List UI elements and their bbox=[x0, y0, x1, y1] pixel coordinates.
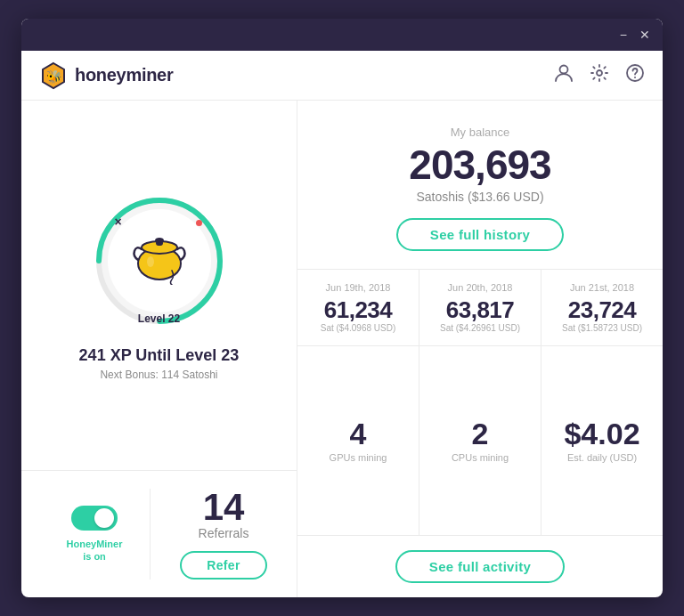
toggle-section: HoneyMineris on bbox=[39, 506, 150, 563]
header: 🐝 honeyminer bbox=[21, 51, 663, 101]
day-date: Jun 19th, 2018 bbox=[310, 282, 406, 293]
titlebar: − ✕ bbox=[21, 19, 663, 51]
balance-section: My balance 203,693 Satoshis ($13.66 USD)… bbox=[297, 101, 663, 270]
toggle-label: HoneyMineris on bbox=[67, 538, 123, 563]
referrals-label: Referrals bbox=[199, 526, 249, 540]
mining-toggle[interactable] bbox=[71, 506, 118, 531]
level-label: Level 22 bbox=[138, 312, 180, 325]
stat-label: Est. daily (USD) bbox=[567, 452, 637, 463]
stat-value: $4.02 bbox=[564, 418, 639, 449]
stat-label: GPUs mining bbox=[330, 452, 387, 463]
logo-icon: 🐝 bbox=[39, 61, 68, 90]
stat-item: 4 GPUs mining bbox=[297, 346, 419, 535]
svg-text:🐝: 🐝 bbox=[46, 69, 62, 85]
history-day: Jun 19th, 2018 61,234 Sat ($4.0968 USD) bbox=[297, 270, 419, 345]
account-icon[interactable] bbox=[554, 63, 574, 88]
svg-point-5 bbox=[634, 77, 636, 78]
see-full-activity-button[interactable]: See full activity bbox=[395, 550, 565, 583]
day-amount: 63,817 bbox=[432, 298, 528, 321]
minimize-button[interactable]: − bbox=[620, 28, 627, 41]
day-amount: 23,724 bbox=[554, 298, 650, 321]
balance-amount: 203,693 bbox=[324, 142, 636, 188]
svg-point-3 bbox=[597, 70, 602, 76]
svg-point-14 bbox=[147, 256, 154, 267]
app-window: − ✕ 🐝 honeyminer bbox=[21, 19, 663, 597]
stats-section: 4 GPUs mining 2 CPUs mining $4.02 Est. d… bbox=[297, 346, 663, 535]
red-dot bbox=[196, 220, 202, 226]
stat-label: CPUs mining bbox=[452, 452, 509, 463]
circle-container: × bbox=[88, 190, 231, 332]
balance-label: My balance bbox=[324, 126, 636, 139]
svg-point-2 bbox=[560, 65, 568, 73]
history-day: Jun 20th, 2018 63,817 Sat ($4.26961 USD) bbox=[419, 270, 542, 345]
logo-text: honeyminer bbox=[75, 65, 173, 85]
activity-section: See full activity bbox=[297, 535, 663, 597]
see-full-history-button[interactable]: See full history bbox=[396, 218, 564, 251]
titlebar-controls: − ✕ bbox=[620, 28, 650, 41]
stat-value: 2 bbox=[472, 418, 489, 449]
settings-icon[interactable] bbox=[590, 63, 609, 88]
bottom-left: HoneyMineris on 14 Referrals Refer bbox=[21, 471, 297, 597]
referrals-count: 14 bbox=[203, 489, 245, 526]
left-panel: × bbox=[21, 101, 297, 597]
svg-point-13 bbox=[155, 238, 164, 243]
main-content: × bbox=[21, 101, 663, 597]
history-day: Jun 21st, 2018 23,724 Sat ($1.58723 USD) bbox=[542, 270, 663, 345]
day-date: Jun 20th, 2018 bbox=[432, 282, 528, 293]
level-section: × bbox=[21, 101, 297, 471]
stat-item: $4.02 Est. daily (USD) bbox=[542, 346, 663, 535]
logo: 🐝 honeyminer bbox=[39, 61, 173, 90]
pot-icon bbox=[127, 221, 191, 294]
stat-value: 4 bbox=[350, 418, 367, 449]
balance-usd: Satoshis ($13.66 USD) bbox=[324, 190, 636, 204]
day-date: Jun 21st, 2018 bbox=[554, 282, 650, 293]
close-button[interactable]: ✕ bbox=[639, 28, 650, 41]
bonus-text: Next Bonus: 114 Satoshi bbox=[100, 369, 217, 381]
right-panel: My balance 203,693 Satoshis ($13.66 USD)… bbox=[297, 101, 663, 597]
xp-text: 241 XP Until Level 23 bbox=[79, 346, 240, 365]
x-decoration: × bbox=[115, 215, 122, 229]
day-amount: 61,234 bbox=[310, 298, 406, 321]
help-icon[interactable] bbox=[625, 63, 645, 88]
refer-button[interactable]: Refer bbox=[180, 551, 266, 580]
day-usd: Sat ($4.0968 USD) bbox=[310, 323, 406, 333]
day-usd: Sat ($1.58723 USD) bbox=[554, 323, 650, 333]
header-icons bbox=[554, 63, 645, 88]
referrals-section: 14 Referrals Refer bbox=[150, 489, 279, 580]
mining-history: Jun 19th, 2018 61,234 Sat ($4.0968 USD) … bbox=[297, 270, 663, 346]
day-usd: Sat ($4.26961 USD) bbox=[432, 323, 528, 333]
stat-item: 2 CPUs mining bbox=[419, 346, 542, 535]
